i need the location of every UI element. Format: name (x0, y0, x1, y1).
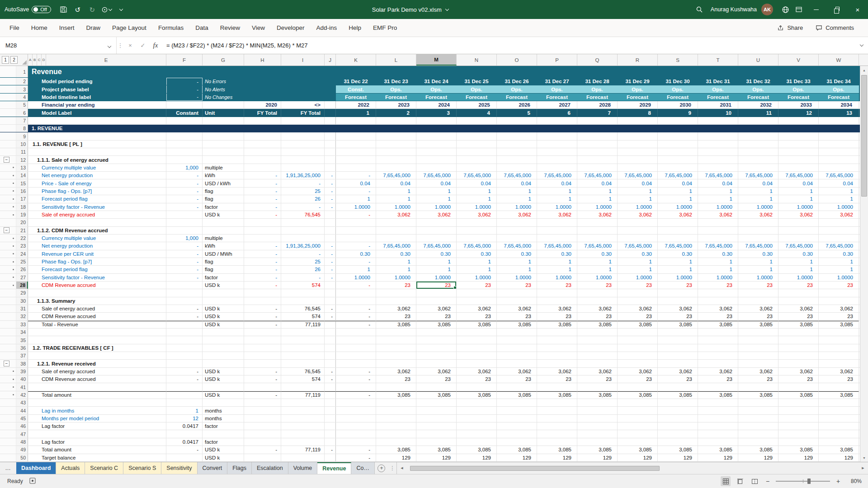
cell-U26[interactable]: 1 (738, 266, 778, 273)
cell-I45[interactable] (281, 415, 325, 422)
cell-M10[interactable] (416, 141, 457, 148)
cell-E21[interactable]: 1.1.2. CDM Revenue accrued (28, 227, 166, 234)
cell-S13[interactable] (658, 164, 698, 171)
cell-P47[interactable] (537, 430, 577, 437)
quick-access-extra-button[interactable] (100, 3, 113, 16)
cell-G9[interactable] (203, 132, 244, 140)
cell-E22[interactable]: Currency multiple value (28, 235, 166, 242)
cell-O44[interactable] (497, 407, 537, 414)
cell-S21[interactable] (658, 227, 698, 234)
cell-L4[interactable]: Forecast (376, 94, 416, 101)
zoom-out-button[interactable]: − (764, 478, 771, 485)
cell-E14[interactable]: Net energy production (28, 172, 166, 179)
cell-U33[interactable]: 3,085 (738, 321, 778, 328)
cell-R7[interactable] (618, 117, 658, 124)
cell-M41[interactable] (416, 383, 457, 390)
cell-W9[interactable] (819, 132, 859, 140)
row-header-39[interactable]: 39 (16, 368, 28, 375)
cell-Q35[interactable] (577, 336, 618, 343)
cell-V30[interactable] (778, 297, 819, 305)
cell-J48[interactable] (325, 438, 336, 446)
cell-V46[interactable] (778, 422, 819, 430)
cell-J3[interactable] (325, 85, 336, 93)
sheet-tab-dashboard[interactable]: Dashboard (16, 462, 56, 474)
column-header-T[interactable]: T (698, 54, 738, 66)
cell-T1[interactable] (698, 66, 738, 77)
scroll-right-arrow[interactable]: ▶ (859, 466, 867, 470)
avatar[interactable]: AK (761, 4, 773, 15)
cell-W44[interactable] (819, 407, 859, 414)
row-header-47[interactable]: 47 (16, 430, 28, 437)
row-header-6[interactable]: 6 (16, 109, 28, 116)
cell-M11[interactable] (416, 148, 457, 155)
cell-K1[interactable] (336, 66, 376, 77)
cell-F31[interactable]: - (166, 305, 203, 312)
cell-W3[interactable]: Ops. (819, 85, 859, 93)
zoom-slider[interactable] (776, 478, 830, 485)
cell-S9[interactable] (658, 132, 698, 140)
cell-M19[interactable]: 3,062 (416, 211, 457, 218)
cell-M2[interactable]: 31 Dec 24 (416, 78, 457, 85)
cell-N9[interactable] (457, 132, 497, 140)
cell-J13[interactable] (325, 164, 336, 171)
cell-S30[interactable] (658, 297, 698, 305)
customize-qat-button[interactable] (114, 3, 128, 16)
cell-N8[interactable] (457, 125, 497, 132)
cell-V1[interactable] (778, 66, 819, 77)
ribbon-tab-add-ins[interactable]: Add-ins (311, 19, 343, 37)
cell-W28[interactable]: 23 (819, 282, 859, 289)
cell-J17[interactable]: - (325, 195, 336, 202)
cell-K19[interactable]: - (336, 211, 376, 218)
cell-S47[interactable] (658, 430, 698, 437)
cell-P9[interactable] (537, 132, 577, 140)
cell-T34[interactable] (698, 328, 738, 336)
cell-P50[interactable]: 129 (537, 454, 577, 461)
cell-U48[interactable] (738, 438, 778, 446)
cell-K34[interactable] (336, 328, 376, 336)
cell-W50[interactable]: 129 (819, 454, 859, 461)
cell-T15[interactable]: 0.04 (698, 179, 738, 187)
cell-F28[interactable] (166, 282, 203, 289)
row-header-24[interactable]: 24 (16, 250, 28, 258)
ribbon-tab-file[interactable]: File (4, 19, 25, 37)
cell-U47[interactable] (738, 430, 778, 437)
sheet-tab-co[interactable]: Co… (351, 462, 374, 474)
cell-I6[interactable]: FY Total (281, 109, 325, 116)
cell-U22[interactable] (738, 235, 778, 242)
cell-N50[interactable]: 129 (457, 454, 497, 461)
cell-J40[interactable]: - (325, 375, 336, 383)
cell-M45[interactable] (416, 415, 457, 422)
restore-button[interactable] (826, 0, 847, 19)
cell-N20[interactable] (457, 219, 497, 226)
cell-S19[interactable]: 3,062 (658, 211, 698, 218)
cell-Q9[interactable] (577, 132, 618, 140)
cell-E26[interactable]: Forecast period flag (28, 266, 166, 273)
cell-W13[interactable] (819, 164, 859, 171)
cell-P44[interactable] (537, 407, 577, 414)
row-header-35[interactable]: 35 (16, 336, 28, 343)
cell-N6[interactable]: 4 (457, 109, 497, 116)
cell-E2[interactable]: Model period ending (28, 78, 166, 85)
cell-F39[interactable]: - (166, 368, 203, 375)
cell-O41[interactable] (497, 383, 537, 390)
cell-J30[interactable] (325, 297, 336, 305)
horizontal-scroll-thumb[interactable] (410, 466, 660, 471)
cell-G7[interactable] (203, 117, 244, 124)
cell-T17[interactable]: 1 (698, 195, 738, 202)
cell-G17[interactable]: flag (203, 195, 244, 202)
cell-U34[interactable] (738, 328, 778, 336)
cell-I11[interactable] (281, 148, 325, 155)
cell-J16[interactable]: - (325, 188, 336, 195)
cell-I30[interactable] (281, 297, 325, 305)
cell-V39[interactable]: 3,062 (778, 368, 819, 375)
ribbon-tab-home[interactable]: Home (25, 19, 53, 37)
cell-H45[interactable] (244, 415, 281, 422)
cell-O30[interactable] (497, 297, 537, 305)
cell-T5[interactable]: 2031 (698, 101, 738, 108)
row-header-50[interactable]: 50 (16, 454, 28, 461)
cell-P14[interactable]: 7,65,45,000 (537, 172, 577, 179)
cell-K25[interactable]: - (336, 258, 376, 265)
cell-K30[interactable] (336, 297, 376, 305)
row-header-23[interactable]: 23 (16, 242, 28, 249)
cell-T25[interactable]: 1 (698, 258, 738, 265)
